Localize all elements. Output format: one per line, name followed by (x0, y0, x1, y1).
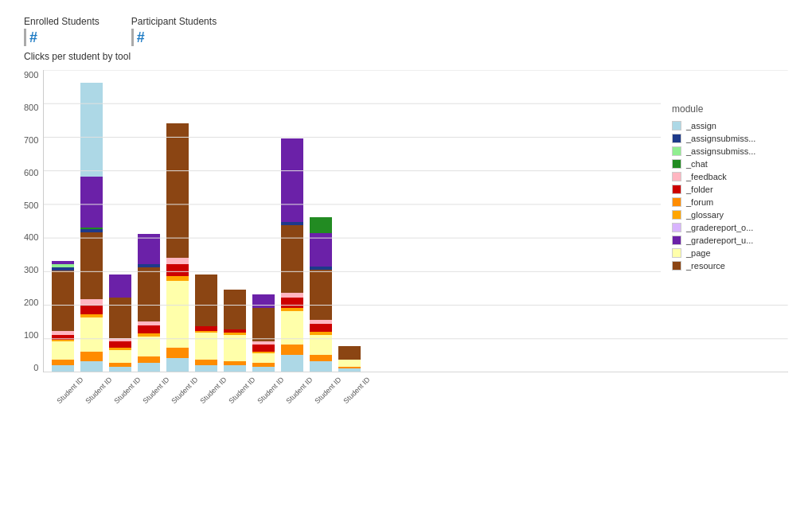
participant-control: Participant Students # (131, 16, 217, 46)
enrolled-hash[interactable]: # (29, 29, 37, 46)
bar-stack (252, 294, 275, 372)
legend-color-swatch (672, 248, 681, 258)
bar-segment (80, 361, 103, 372)
bar-stack (281, 138, 303, 372)
y-tick: 100 (24, 330, 38, 340)
bar-segment (281, 225, 303, 292)
bar-group (52, 261, 74, 372)
bar-group (281, 138, 303, 372)
bar-segment (310, 217, 332, 233)
bar-group (109, 275, 131, 372)
legend-item-label: _gradereport_o... (686, 223, 753, 232)
y-tick: 400 (24, 232, 38, 242)
legend-item-label: _assignsubmiss... (686, 146, 755, 156)
legend-item-label: _gradereport_u... (686, 236, 753, 245)
legend-item-label: _folder (686, 185, 713, 194)
bar-group (166, 123, 189, 372)
legend-item: _glossary (672, 210, 777, 220)
bar-group (80, 83, 103, 372)
legend-color-swatch (672, 236, 681, 245)
bar-segment (52, 341, 74, 360)
legend-item: _gradereport_u... (672, 236, 777, 245)
chart-subtitle: Clicks per student by tool (24, 51, 788, 62)
y-tick: 900 (24, 70, 38, 80)
bar-segment (138, 267, 160, 321)
bar-stack (195, 275, 217, 372)
legend-item: _forum (672, 197, 777, 207)
bar-segment (281, 138, 303, 223)
bar-segment (310, 233, 332, 267)
bar-segment (109, 350, 131, 364)
legend-item: _assign (672, 121, 777, 130)
y-tick: 800 (24, 103, 38, 112)
y-axis: 9008007006005004003002001000 (24, 70, 43, 372)
bar-stack (80, 83, 103, 372)
legend-item: _resource (672, 261, 777, 271)
legend-item: _folder (672, 185, 777, 194)
legend-color-swatch (672, 159, 681, 169)
bar-segment (80, 232, 103, 299)
participant-hash[interactable]: # (137, 29, 145, 46)
bar-segment (166, 264, 189, 276)
legend-item: _page (672, 248, 777, 258)
legend-item-label: _chat (686, 159, 708, 169)
bar-segment (166, 358, 189, 372)
bar-segment (338, 360, 361, 366)
bar-segment (80, 305, 103, 315)
legend-item: _gradereport_o... (672, 223, 777, 232)
bar-segment (252, 294, 275, 308)
bar-segment (80, 352, 103, 362)
legend-item-label: _resource (686, 261, 725, 271)
bar-segment (195, 275, 217, 326)
legend-item: _chat (672, 159, 777, 169)
bar-segment (310, 270, 332, 320)
bar-segment (138, 356, 160, 363)
bar-segment (80, 177, 103, 227)
participant-input[interactable]: # (131, 29, 145, 46)
bar-segment (252, 353, 275, 364)
x-label: Student ID (342, 376, 372, 405)
legend-color-swatch (672, 261, 681, 271)
bar-segment (52, 271, 74, 331)
enrolled-control: Enrolled Students # (24, 16, 100, 46)
bar-group (138, 234, 160, 372)
bar-stack (138, 234, 160, 372)
legend-color-swatch (672, 146, 681, 156)
bar-segment (338, 346, 361, 360)
legend-color-swatch (672, 121, 681, 130)
main-container: Enrolled Students # Participant Students… (0, 0, 812, 452)
bar-segment (195, 365, 217, 372)
enrolled-label: Enrolled Students (24, 16, 100, 27)
bar-group (310, 217, 332, 372)
legend-item-label: _feedback (686, 172, 727, 181)
bar-stack (52, 261, 74, 372)
y-tick: 200 (24, 298, 38, 307)
legend-item: _assignsubmiss... (672, 134, 777, 143)
legend-item: _assignsubmiss... (672, 146, 777, 156)
legend-color-swatch (672, 172, 681, 181)
x-labels: Student IDStudent IDStudent IDStudent ID… (43, 372, 788, 436)
bar-segment (52, 365, 74, 372)
x-label-wrap: Student ID (51, 372, 73, 436)
legend-item-label: _assignsubmiss... (686, 134, 755, 143)
bar-segment (109, 341, 131, 348)
bar-segment (166, 123, 189, 258)
bar-segment (338, 368, 361, 372)
y-tick: 500 (24, 201, 38, 210)
bar-segment (224, 290, 246, 330)
participant-bar (131, 29, 134, 46)
enrolled-input[interactable]: # (24, 29, 37, 46)
legend-item-label: _page (686, 248, 711, 258)
bar-group (195, 275, 217, 372)
bar-segment (281, 311, 303, 345)
bar-segment (310, 361, 332, 372)
bar-segment (109, 298, 131, 338)
legend-item-label: _assign (686, 121, 716, 130)
bar-segment (109, 275, 131, 298)
legend-item-label: _forum (686, 197, 713, 207)
legend-item-label: _glossary (686, 210, 724, 220)
bar-segment (281, 298, 303, 308)
bar-segment (310, 355, 332, 361)
bar-stack (224, 290, 246, 372)
legend: module _assign_assignsubmiss..._assignsu… (661, 95, 788, 282)
